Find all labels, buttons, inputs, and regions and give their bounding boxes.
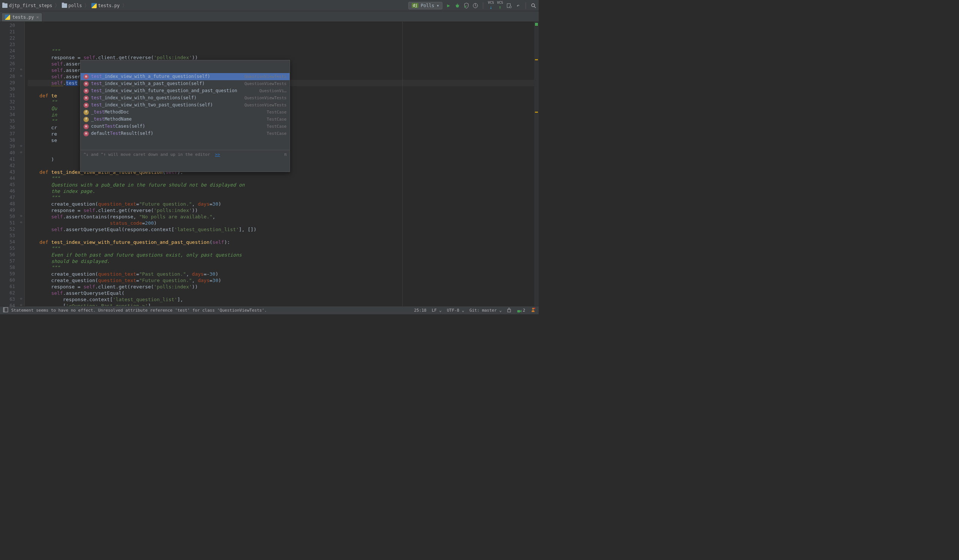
completion-item[interactable]: mtest_index_view_with_no_questions(self)… (81, 94, 290, 102)
completion-item[interactable]: mtest_index_view_with_a_past_question(se… (81, 80, 290, 87)
event-log-icon[interactable]: 2 (516, 308, 525, 313)
completion-name: defaultTestResult(self) (91, 130, 264, 137)
python-file-icon (5, 14, 10, 20)
code-line[interactable]: create_question(question_text="Future qu… (28, 201, 539, 207)
close-icon[interactable]: × (36, 14, 39, 20)
completion-type: TestCase (267, 130, 287, 137)
code-line[interactable]: """ (28, 245, 539, 252)
method-icon: m (84, 131, 89, 136)
tab-tests-py[interactable]: tests.py × (2, 13, 42, 21)
code-line[interactable]: create_question(question_text="Future qu… (28, 277, 539, 283)
completion-item[interactable]: f_testMethodNameTestCase (81, 116, 290, 123)
breadcrumb: djtp_first_steps 〉 polls 〉 tests.py 〉 (2, 2, 128, 9)
code-line[interactable] (28, 232, 539, 239)
completion-item[interactable]: mtest_index_view_with_two_past_questions… (81, 102, 290, 109)
method-icon: m (84, 124, 89, 129)
code-line[interactable]: """ (28, 175, 539, 182)
code-line[interactable]: Questions with a pub_date in the future … (28, 182, 539, 188)
code-line[interactable]: status_code=200) (28, 220, 539, 226)
error-stripe[interactable] (534, 22, 539, 306)
svg-line-2 (456, 5, 456, 6)
completion-type: TestCase (267, 116, 287, 123)
breadcrumb-item-file[interactable]: tests.py (91, 3, 120, 8)
code-line[interactable]: """ (28, 264, 539, 271)
completion-name: countTestCases(self) (91, 123, 264, 130)
code-line[interactable]: ['<Question: Past question.>'] (28, 303, 539, 306)
read-only-toggle-icon[interactable] (507, 307, 511, 313)
code-line[interactable]: """ (28, 194, 539, 201)
git-branch[interactable]: Git: master ⌄ (469, 308, 502, 313)
breadcrumb-label: polls (68, 3, 82, 8)
search-everywhere-button[interactable] (530, 3, 537, 9)
profile-button[interactable] (472, 3, 478, 9)
chevron-right-icon: 〉 (122, 2, 127, 9)
svg-line-3 (459, 5, 459, 6)
code-area[interactable]: """ response = self.client.get(reverse('… (25, 22, 539, 306)
method-icon: m (84, 74, 89, 80)
code-completion-popup[interactable]: mtest_index_view_with_a_future_question(… (80, 60, 290, 172)
chevron-right-icon: 〉 (84, 2, 89, 9)
run-configuration-selector[interactable]: dj Polls ▾ (408, 2, 443, 10)
method-icon: m (84, 103, 89, 108)
completion-item[interactable]: mtest_index_view_with_future_question_an… (81, 87, 290, 94)
vcs-commit-button[interactable]: VCS ↑ (497, 1, 503, 10)
code-line[interactable]: def test_index_view_with_future_question… (28, 239, 539, 245)
status-message: Statement seems to have no effect. Unres… (11, 308, 267, 313)
completion-type: QuestionViewTests (244, 102, 287, 108)
caret-position[interactable]: 25:18 (414, 308, 426, 313)
completion-type: QuestionViewTests (244, 73, 287, 80)
pi-icon: π (284, 151, 287, 158)
run-with-coverage-button[interactable] (464, 3, 469, 9)
line-separator[interactable]: LF ⌄ (432, 308, 442, 313)
completion-item[interactable]: mcountTestCases(self)TestCase (81, 123, 290, 130)
vcs-history-button[interactable] (506, 3, 512, 9)
chevron-right-icon: 〉 (55, 2, 60, 9)
breadcrumb-item-folder[interactable]: polls (62, 3, 82, 8)
completion-name: test_index_view_with_a_past_question(sel… (91, 81, 242, 87)
code-line[interactable]: should be displayed. (28, 258, 539, 264)
folder-icon (62, 3, 67, 8)
code-line[interactable]: Even if both past and future questions e… (28, 252, 539, 258)
warning-marker[interactable] (535, 111, 538, 113)
method-icon: m (84, 95, 89, 101)
completion-type: TestCase (267, 109, 287, 115)
completion-item[interactable]: f_testMethodDocTestCase (81, 109, 290, 116)
completion-type: QuestionVi… (259, 88, 287, 94)
completion-name: test_index_view_with_two_past_questions(… (91, 102, 242, 108)
run-button[interactable]: ▶ (445, 3, 451, 9)
code-line[interactable]: the index page. (28, 188, 539, 194)
completion-item[interactable]: mdefaultTestResult(self)TestCase (81, 130, 290, 137)
code-line[interactable]: self.assertContains(response, "No polls … (28, 213, 539, 220)
warning-marker[interactable] (535, 59, 538, 60)
arrow-down-icon: ↓ (490, 5, 492, 10)
inspection-profile-icon[interactable]: ! (530, 307, 536, 313)
code-line[interactable]: create_question(question_text="Past ques… (28, 271, 539, 277)
completion-name: _testMethodName (91, 116, 264, 123)
code-line[interactable]: response.context['latest_question_list']… (28, 296, 539, 303)
code-line[interactable]: """ (28, 48, 539, 54)
debug-button[interactable] (454, 3, 460, 9)
svg-point-7 (532, 4, 535, 7)
file-encoding[interactable]: UTF-8 ⌄ (447, 308, 464, 313)
svg-point-12 (532, 308, 534, 310)
editor[interactable]: 2021222324252627282930313233343536373839… (0, 22, 539, 306)
completion-hint-link[interactable]: >> (215, 152, 220, 157)
method-icon: f (84, 110, 89, 115)
vcs-revert-button[interactable]: ↶ (515, 3, 521, 9)
inspection-status-icon[interactable] (535, 22, 538, 26)
method-icon: m (84, 88, 89, 94)
code-line[interactable]: response = self.client.get(reverse('poll… (28, 283, 539, 290)
code-line[interactable]: response = self.client.get(reverse('poll… (28, 207, 539, 213)
completion-type: QuestionViewTests (244, 81, 287, 87)
run-config-label: Polls (421, 3, 434, 8)
completion-item[interactable]: mtest_index_view_with_a_future_question(… (81, 73, 290, 80)
editor-tabs: tests.py × (0, 11, 539, 22)
breadcrumb-item-project[interactable]: djtp_first_steps (2, 3, 53, 8)
arrow-up-icon: ↑ (499, 5, 502, 10)
svg-point-0 (456, 5, 459, 8)
vcs-update-button[interactable]: VCS ↓ (488, 1, 494, 10)
completion-name: test_index_view_with_no_questions(self) (91, 95, 242, 101)
completion-name: test_index_view_with_future_question_and… (91, 88, 257, 94)
code-line[interactable]: self.assertQuerysetEqual( (28, 290, 539, 296)
code-line[interactable]: self.assertQuerysetEqual(response.contex… (28, 226, 539, 232)
